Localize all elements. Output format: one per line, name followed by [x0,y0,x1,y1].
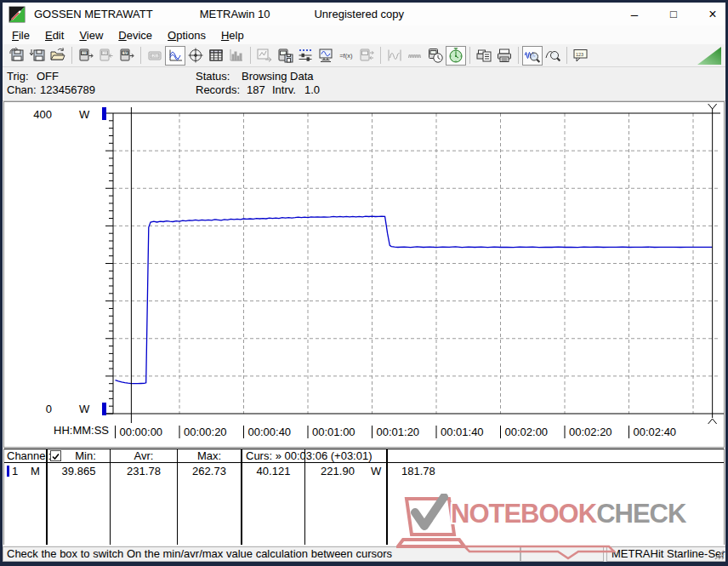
brand-triangle-icon [697,46,721,66]
comment-icon: 123 [572,47,589,64]
table-view-button[interactable] [206,46,226,66]
save-to-disk-button[interactable] [275,46,295,66]
x-tick-label: 00:02:00 [505,426,549,438]
channel-color-marker [7,466,9,477]
window-border-left [0,0,3,566]
table-view-icon [208,47,225,64]
device-config-button [356,46,377,66]
close-button[interactable]: × [701,3,725,26]
status-message: Check the box to switch On the min/avr/m… [3,546,520,562]
svg-text:123: 123 [576,52,583,57]
records-value: 187 [247,83,265,96]
formula-button[interactable]: =f(x) [336,46,356,66]
export-chart-button [254,46,275,66]
save-to-disk-icon [276,47,293,64]
window-border-bottom [0,562,728,566]
checkmark-icon [51,452,60,461]
print-preview-icon [475,47,492,64]
toolbar: 123123M1257=f(x)123 [3,44,725,67]
record-timer-icon [447,47,464,64]
cursor-right-top-handle[interactable] [708,104,717,113]
title-app-name: GOSSEN METRAWATT [34,8,153,20]
svg-text:123: 123 [82,52,87,55]
numeric-display-view-icon: 1257 [146,47,163,64]
save-data-button[interactable] [7,46,27,66]
col-header-channel: Channel: [7,449,51,462]
device-read-memory-button[interactable]: 123 [76,46,96,66]
title-product-name: METRAwin 10 [200,8,270,20]
comment-button[interactable]: 123 [571,46,591,66]
minimize-button[interactable]: – [623,3,646,26]
col-header-avr: Avr: [111,449,177,462]
record-timer-button[interactable] [446,46,466,66]
zoom-time-icon [524,47,541,64]
interval-value: 1.0 [304,83,320,96]
chart-view-button[interactable] [165,46,185,66]
zoom-free-button[interactable] [543,46,563,66]
toolbar-separator [518,47,519,64]
status-bar: Check the box to switch On the min/avr/m… [3,546,725,562]
trig-value: OFF [37,70,59,83]
records-label: Records: [196,83,240,96]
x-tick-label: 00:01:20 [377,426,420,438]
chart-view-icon [167,47,184,64]
measurement-table: Channel: Min: Avr: Max: Curs: » 00:03:06… [3,449,725,546]
channel-settings-button[interactable] [295,46,316,66]
print-button[interactable] [494,46,515,66]
device-write-memory-button: 123 [96,46,117,66]
x-tick-label: 00:01:40 [441,426,484,438]
histogram-view-icon [228,47,245,64]
device-write-memory-icon: 123 [98,47,115,64]
time-settings-icon [427,47,444,64]
menu-bar: FileEditViewDeviceOptionsHelp [3,26,725,45]
save-as-icon [29,47,46,64]
menu-item-edit[interactable]: Edit [37,27,71,43]
x-tick-label: 00:01:00 [312,426,355,438]
display-settings-button[interactable] [316,46,336,66]
toolbar-separator [380,47,381,64]
histogram-view-button [226,46,247,66]
time-settings-button[interactable] [425,46,446,66]
cursor-right-bottom-handle[interactable] [708,419,717,424]
wave-continuous-button [405,46,425,66]
channel-mode: M [31,465,40,477]
cursor-right-value: 221.90 [305,465,370,477]
cursor-view-button[interactable] [185,46,206,66]
device-memory-button[interactable]: M [117,46,137,66]
svg-text:1257: 1257 [151,54,159,58]
maximize-button[interactable]: □ [662,3,685,26]
toolbar-separator [566,47,567,64]
export-chart-icon [256,47,273,64]
x-tick-label: 00:00:20 [184,426,227,438]
col-header-min: Min: [61,449,110,462]
print-preview-button[interactable] [474,46,494,66]
chart-canvas[interactable]: 00:00:0000:00:2000:00:4000:01:0000:01:20… [4,102,724,447]
menu-item-options[interactable]: Options [160,27,213,43]
menu-item-view[interactable]: View [71,27,111,43]
save-data-icon [9,47,26,64]
menu-item-file[interactable]: File [4,27,37,43]
open-file-button[interactable] [48,46,68,66]
channel-number[interactable]: 1 [12,465,18,477]
save-as-button[interactable] [27,46,48,66]
wave-trigger-icon [386,47,403,64]
app-window: GOSSEN METRAWATT METRAwin 10 Unregistere… [0,0,728,566]
avr-value: 231.78 [111,465,177,477]
minmax-calc-checkbox[interactable] [50,450,61,461]
status-panel-empty [520,546,604,562]
interval-label: Intrv. [272,83,296,96]
menu-item-device[interactable]: Device [111,27,160,43]
zoom-time-button[interactable] [522,46,543,66]
wave-continuous-icon [407,47,424,64]
device-read-memory-icon: 123 [77,47,94,64]
status-device-name: METRAHit Starline-Seri [606,546,728,562]
max-value: 262.73 [178,465,241,477]
resize-grip-icon[interactable] [714,549,725,560]
open-file-icon [49,47,66,64]
display-settings-icon [317,47,334,64]
chart-panel: 400 W 0 W HH:MM:SS 00:00:0000:00:2000:00… [3,101,725,448]
toolbar-separator [469,47,470,64]
chan-value: 123456789 [40,83,95,96]
menu-item-help[interactable]: Help [213,27,252,43]
svg-text:M: M [123,50,127,55]
